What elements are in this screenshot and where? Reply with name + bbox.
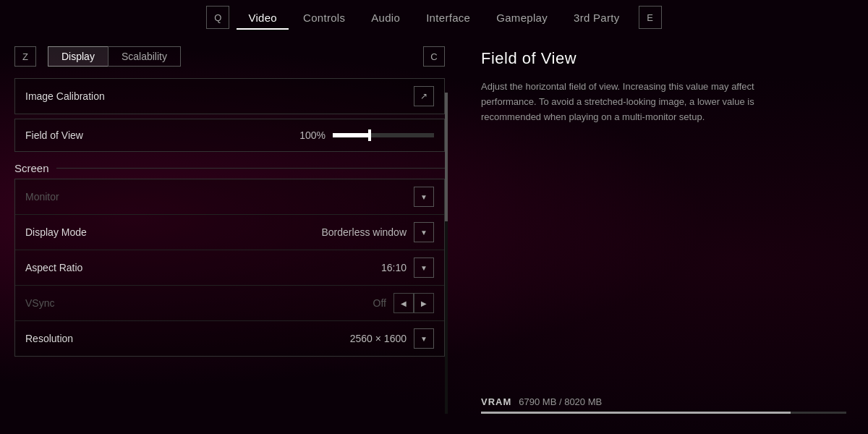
nav-left-icon-button[interactable]: Q <box>206 6 229 29</box>
info-title: Field of View <box>481 49 846 68</box>
screen-section-header: Screen <box>14 162 445 174</box>
chevron-down-icon-2: ▼ <box>420 229 427 237</box>
vsync-prev-button[interactable]: ◀ <box>393 293 414 313</box>
scroll-indicator <box>445 93 448 414</box>
resolution-row: Resolution 2560 × 1600 ▼ <box>15 321 444 356</box>
external-link-icon: ↗ <box>420 91 427 101</box>
vram-label-row: VRAM 6790 MB / 8020 MB <box>481 396 846 407</box>
vram-value: 6790 MB / 8020 MB <box>519 396 602 407</box>
resolution-label: Resolution <box>25 333 350 344</box>
chevron-down-icon-3: ▼ <box>420 264 427 272</box>
e-icon: E <box>647 12 653 23</box>
vsync-next-button[interactable]: ▶ <box>414 293 434 313</box>
field-of-view-row: Field of View 100% <box>15 119 444 151</box>
field-of-view-value: 100% <box>299 129 326 141</box>
resolution-value: 2560 × 1600 <box>350 333 407 344</box>
chevron-down-icon: ▼ <box>420 193 427 201</box>
image-calibration-container: Image Calibration ↗ <box>14 78 445 114</box>
slider-fill <box>333 133 368 137</box>
nav-tab-3rdparty[interactable]: 3rd Party <box>562 7 631 28</box>
image-calibration-link-button[interactable]: ↗ <box>414 86 434 106</box>
display-mode-label: Display Mode <box>25 226 322 238</box>
field-of-view-slider[interactable] <box>333 133 434 137</box>
screen-section-title: Screen <box>14 162 49 174</box>
display-mode-dropdown-button[interactable]: ▼ <box>414 222 434 242</box>
display-mode-row: Display Mode Borderless window ▼ <box>15 215 444 250</box>
vram-title: VRAM <box>481 396 511 407</box>
q-icon: Q <box>214 12 221 23</box>
nav-tab-audio[interactable]: Audio <box>359 7 412 28</box>
nav-tab-controls[interactable]: Controls <box>292 7 357 28</box>
vsync-label: VSync <box>25 297 373 309</box>
z-icon: Z <box>14 46 36 67</box>
right-panel: Field of View Adjust the horizontal fiel… <box>459 35 868 428</box>
vram-bar-background <box>481 412 846 414</box>
field-of-view-label: Field of View <box>25 129 299 141</box>
chevron-down-icon-4: ▼ <box>420 335 427 343</box>
field-of-view-container: Field of View 100% <box>14 119 445 152</box>
aspect-ratio-row: Aspect Ratio 16:10 ▼ <box>15 250 444 286</box>
image-calibration-row: Image Calibration ↗ <box>15 79 444 114</box>
c-icon: C <box>423 46 445 67</box>
main-layout: Z Display Scalability C Image Calibratio… <box>0 35 868 428</box>
left-panel: Z Display Scalability C Image Calibratio… <box>0 35 459 428</box>
nav-tab-gameplay[interactable]: Gameplay <box>485 7 559 28</box>
monitor-label: Monitor <box>25 191 414 203</box>
image-calibration-label: Image Calibration <box>25 90 414 102</box>
top-navigation: Q Video Controls Audio Interface Gamepla… <box>0 0 868 35</box>
panel-tab-scalability[interactable]: Scalability <box>108 46 181 67</box>
nav-tab-video[interactable]: Video <box>237 7 289 28</box>
screen-section-line <box>56 168 445 169</box>
nav-right-icon-button[interactable]: E <box>639 6 662 29</box>
info-description: Adjust the horizontal field of view. Inc… <box>481 80 785 124</box>
aspect-ratio-dropdown-button[interactable]: ▼ <box>414 258 434 278</box>
aspect-ratio-label: Aspect Ratio <box>25 262 381 273</box>
screen-settings-container: Monitor ▼ Display Mode Borderless window… <box>14 179 445 357</box>
vram-container: VRAM 6790 MB / 8020 MB <box>481 396 846 414</box>
nav-tab-interface[interactable]: Interface <box>414 7 482 28</box>
monitor-row: Monitor ▼ <box>15 179 444 215</box>
vsync-value: Off <box>373 297 386 309</box>
display-mode-value: Borderless window <box>322 226 407 238</box>
panel-tab-row: Z Display Scalability C <box>14 46 445 67</box>
monitor-dropdown-button[interactable]: ▼ <box>414 187 434 207</box>
vsync-row: VSync Off ◀ ▶ <box>15 286 444 321</box>
panel-tab-display[interactable]: Display <box>48 46 108 67</box>
scroll-thumb <box>445 93 448 221</box>
resolution-dropdown-button[interactable]: ▼ <box>414 328 434 349</box>
chevron-left-icon: ◀ <box>401 299 407 307</box>
vram-bar-fill <box>481 412 791 414</box>
slider-track <box>333 133 434 137</box>
slider-thumb <box>368 129 371 141</box>
aspect-ratio-value: 16:10 <box>381 262 407 273</box>
chevron-right-icon: ▶ <box>421 299 427 307</box>
